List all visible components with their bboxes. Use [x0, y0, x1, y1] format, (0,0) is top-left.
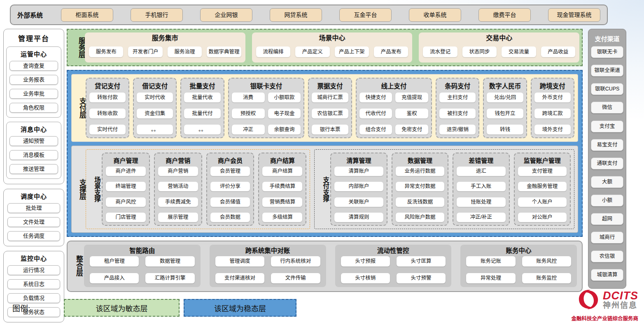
support-item-button[interactable]: 评价分享 [210, 182, 250, 191]
integration-item-button[interactable]: 账务记账 [466, 256, 515, 266]
payment-item-button[interactable]: 充值提现 [395, 93, 428, 102]
management-item-button[interactable]: 任务调度 [7, 231, 60, 241]
support-item-button[interactable]: 商户进件 [106, 167, 146, 176]
payment-item-button[interactable]: 组合支付 [359, 125, 392, 134]
payment-channel-button[interactable]: 易宝支付 [591, 139, 623, 151]
payment-channel-button[interactable]: 银联全渠道 [591, 65, 623, 76]
support-item-button[interactable]: 手续费减免 [158, 197, 198, 207]
payment-item-button[interactable]: 实时代收 [137, 93, 173, 102]
support-item-button[interactable]: 会员储值 [210, 197, 250, 207]
external-system-button[interactable]: 现金管理系统 [548, 8, 600, 22]
payment-channel-button[interactable]: 农信银 [591, 250, 623, 262]
service-item-button[interactable]: 流水登记 [423, 46, 457, 57]
payment-item-button[interactable]: 城商行汇票 [312, 93, 348, 102]
management-item-button[interactable]: 业务审批 [9, 89, 58, 99]
payment-channel-button[interactable]: 超网 [591, 213, 623, 225]
integration-item-button[interactable]: 异常处理 [466, 273, 515, 283]
support-item-button[interactable]: 会员管理 [210, 167, 250, 176]
support-item-button[interactable]: 营销费结算 [262, 197, 302, 207]
integration-item-button[interactable]: 管理调度 [215, 256, 264, 266]
payment-channel-button[interactable]: 支付宝 [591, 120, 623, 132]
support-item-button[interactable]: 会员数据 [210, 213, 250, 222]
payment-item-button[interactable]: 被扫支付 [439, 109, 476, 118]
payment-channel-button[interactable]: 城商行 [591, 232, 623, 243]
payment-item-button[interactable]: 电子现金 [268, 109, 301, 118]
payment-item-button[interactable]: 批量代收 [184, 93, 220, 102]
support-item-button[interactable]: 金融服务管理 [518, 182, 567, 191]
support-item-button[interactable]: 异常支付数据 [396, 182, 444, 191]
payment-channel-button[interactable]: 银联无卡 [591, 46, 623, 58]
management-item-button[interactable]: 业务报表 [9, 75, 58, 85]
support-item-button[interactable]: 内部账户 [334, 182, 383, 191]
payment-item-button[interactable]: 免密支付 [395, 125, 428, 134]
integration-item-button[interactable]: 产品接入 [90, 273, 139, 283]
service-item-button[interactable]: 状态同步 [462, 46, 497, 57]
payment-item-button[interactable]: 冲正 [232, 125, 265, 134]
payment-item-button[interactable]: 农信银汇票 [312, 109, 348, 118]
service-item-button[interactable]: 产品发布 [374, 46, 408, 57]
support-item-button[interactable]: 风险账户数据 [396, 213, 444, 222]
external-system-button[interactable]: 柜面系统 [61, 8, 113, 22]
external-system-button[interactable]: 缴费平台 [478, 8, 531, 22]
management-item-button[interactable]: 角色权限 [9, 103, 58, 113]
integration-item-button[interactable]: 账务风控 [522, 256, 571, 266]
payment-item-button[interactable]: 余额查询 [268, 125, 301, 134]
management-item-button[interactable]: 通知预警 [9, 136, 58, 146]
payment-item-button[interactable]: 境外支付 [534, 125, 571, 134]
external-system-button[interactable]: 收单系统 [409, 8, 461, 22]
support-item-button[interactable]: 个人账户 [518, 197, 567, 207]
support-item-button[interactable]: 反洗钱数据 [396, 197, 444, 207]
integration-item-button[interactable]: 行内系统核对 [271, 256, 320, 266]
integration-item-button[interactable]: 头寸核销 [341, 273, 390, 283]
integration-item-button[interactable]: 头寸匡算 [397, 256, 446, 266]
support-item-button[interactable]: 关联账户 [334, 197, 383, 207]
support-item-button[interactable]: 商户营销 [158, 167, 198, 176]
management-item-button[interactable]: 系统日志 [7, 279, 60, 289]
payment-item-button[interactable]: 兑出/兑回 [487, 93, 523, 102]
payment-channel-button[interactable]: 通联支付 [591, 158, 623, 169]
service-item-button[interactable]: 服务治理 [168, 46, 202, 57]
payment-item-button[interactable]: 预授权 [232, 109, 265, 118]
support-item-button[interactable]: 多级结算 [262, 213, 302, 222]
service-item-button[interactable]: 开发者门户 [128, 46, 162, 57]
support-item-button[interactable]: 展示管理 [158, 213, 198, 222]
payment-item-button[interactable]: 主扫支付 [439, 93, 476, 102]
external-system-button[interactable]: 企业网银 [200, 8, 252, 22]
management-item-button[interactable]: 文件处理 [7, 217, 60, 227]
management-item-button[interactable]: 消息模板 [9, 150, 58, 160]
payment-item-button[interactable]: 实时代付 [89, 125, 126, 134]
external-system-button[interactable]: 手机银行 [131, 8, 183, 22]
payment-item-button[interactable]: 批量代付 [184, 109, 220, 118]
integration-item-button[interactable]: 账务监控 [522, 273, 571, 283]
support-item-button[interactable]: 商户结算 [262, 167, 302, 176]
support-item-button[interactable]: 终端管理 [106, 182, 146, 191]
management-item-button[interactable]: 批处理 [7, 203, 60, 213]
integration-item-button[interactable]: 头寸预警 [397, 273, 446, 283]
payment-item-button[interactable]: 转账付款 [89, 93, 126, 102]
integration-item-button[interactable]: 头寸预报 [341, 256, 390, 266]
support-item-button[interactable]: 清算规则 [334, 213, 383, 222]
payment-channel-button[interactable]: 小额 [591, 195, 623, 206]
support-item-button[interactable]: 支付管理 [518, 167, 567, 176]
service-item-button[interactable]: 产品收益 [541, 46, 575, 57]
payment-channel-button[interactable]: 大额 [591, 176, 623, 188]
external-system-button[interactable]: 网贷系统 [270, 8, 322, 22]
payment-item-button[interactable]: 鉴权 [395, 109, 428, 118]
payment-item-button[interactable]: 代收代付 [359, 109, 392, 118]
payment-item-button[interactable]: 小额取款 [268, 93, 301, 102]
service-item-button[interactable]: 服务发布 [89, 46, 123, 57]
payment-item-button[interactable]: 转钱 [487, 125, 523, 134]
payment-item-button[interactable]: 外币支付 [534, 93, 571, 102]
service-item-button[interactable]: 产品上下架 [335, 46, 369, 57]
payment-item-button[interactable]: 。。 [184, 125, 220, 134]
payment-item-button[interactable]: 转账收款 [89, 109, 126, 118]
payment-channel-button[interactable]: 城银清算 [591, 269, 623, 281]
support-item-button[interactable]: 手工入账 [457, 182, 505, 191]
support-item-button[interactable]: 手续费结算 [262, 182, 302, 191]
service-item-button[interactable]: 交易流量 [502, 46, 536, 57]
integration-item-button[interactable]: 文件传输 [271, 273, 320, 283]
support-item-button[interactable]: 挂账处理 [457, 197, 505, 207]
management-item-button[interactable]: 运行情况 [7, 265, 60, 275]
payment-item-button[interactable]: 资金归集 [137, 109, 173, 118]
integration-item-button[interactable]: 支付渠道核对 [215, 273, 264, 283]
